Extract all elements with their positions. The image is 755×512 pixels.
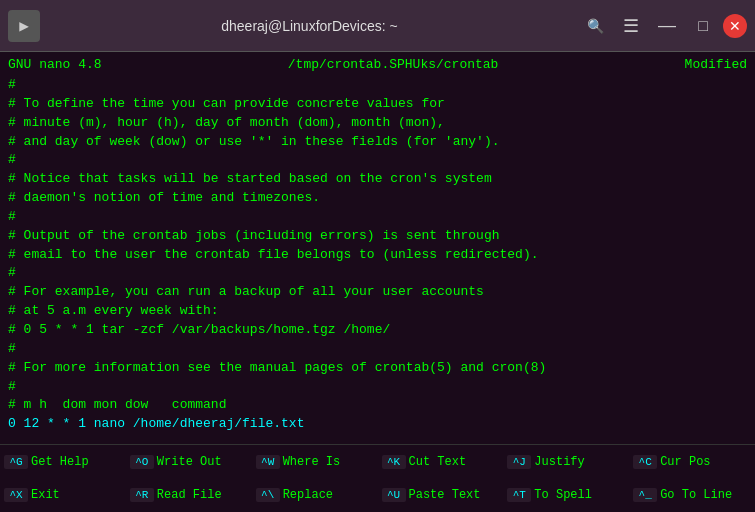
nano-filepath: /tmp/crontab.SPHUks/crontab [288, 57, 499, 72]
key-shortcut: ^K [382, 455, 406, 469]
key-label: Read File [157, 488, 222, 502]
key-item[interactable]: ^RRead File [126, 479, 252, 513]
editor-line: # m h dom mon dow command [8, 396, 747, 415]
key-item[interactable]: ^JJustify [503, 445, 629, 479]
key-item[interactable]: ^TTo Spell [503, 479, 629, 513]
key-item[interactable]: ^OWrite Out [126, 445, 252, 479]
keybindings-bar: ^GGet Help^OWrite Out^WWhere Is^KCut Tex… [0, 444, 755, 512]
editor-line: # minute (m), hour (h), day of month (do… [8, 114, 747, 133]
editor-line: # and day of week (dow) or use '*' in th… [8, 133, 747, 152]
key-shortcut: ^X [4, 488, 28, 502]
key-shortcut: ^\ [256, 488, 280, 502]
editor-line: # 0 5 * * 1 tar -zcf /var/backups/home.t… [8, 321, 747, 340]
editor-line: # [8, 378, 747, 397]
key-shortcut: ^O [130, 455, 154, 469]
editor-line: # at 5 a.m every week with: [8, 302, 747, 321]
key-label: Write Out [157, 455, 222, 469]
key-shortcut: ^U [382, 488, 406, 502]
editor-area[interactable]: ## To define the time you can provide co… [0, 76, 755, 444]
key-label: Go To Line [660, 488, 732, 502]
nano-version: GNU nano 4.8 [8, 57, 102, 72]
key-label: Exit [31, 488, 60, 502]
key-label: To Spell [534, 488, 592, 502]
key-shortcut: ^C [633, 455, 657, 469]
editor-line: # Output of the crontab jobs (including … [8, 227, 747, 246]
key-item[interactable]: ^KCut Text [378, 445, 504, 479]
key-label: Get Help [31, 455, 89, 469]
close-button[interactable]: ✕ [723, 14, 747, 38]
editor-line: # For more information see the manual pa… [8, 359, 747, 378]
key-item[interactable]: ^UPaste Text [378, 479, 504, 513]
editor-line: # [8, 208, 747, 227]
key-shortcut: ^W [256, 455, 280, 469]
key-item[interactable]: ^XExit [0, 479, 126, 513]
key-item[interactable]: ^\Replace [252, 479, 378, 513]
editor-line: # For example, you can run a backup of a… [8, 283, 747, 302]
key-shortcut: ^T [507, 488, 531, 502]
editor-line: # [8, 340, 747, 359]
editor-line: # email to the user the crontab file bel… [8, 246, 747, 265]
key-shortcut: ^R [130, 488, 154, 502]
key-shortcut: ^G [4, 455, 28, 469]
terminal-icon-button[interactable]: ▶ [8, 10, 40, 42]
titlebar-left: ▶ [8, 10, 40, 42]
titlebar-title: dheeraj@LinuxforDevices: ~ [40, 18, 579, 34]
editor-line: # Notice that tasks will be started base… [8, 170, 747, 189]
maximize-button[interactable]: □ [687, 10, 719, 42]
key-item[interactable]: ^CCur Pos [629, 445, 755, 479]
key-label: Replace [283, 488, 333, 502]
nano-status: Modified [685, 57, 747, 72]
editor-line: # daemon's notion of time and timezones. [8, 189, 747, 208]
editor-line: 0 12 * * 1 nano /home/dheeraj/file.txt [8, 415, 747, 434]
key-item[interactable]: ^WWhere Is [252, 445, 378, 479]
key-label: Justify [534, 455, 584, 469]
titlebar: ▶ dheeraj@LinuxforDevices: ~ 🔍 ☰ — □ ✕ [0, 0, 755, 52]
menu-button[interactable]: ☰ [615, 10, 647, 42]
search-button[interactable]: 🔍 [579, 10, 611, 42]
minimize-button[interactable]: — [651, 10, 683, 42]
editor-line: # [8, 264, 747, 283]
terminal-icon: ▶ [19, 16, 29, 36]
key-shortcut: ^_ [633, 488, 657, 502]
editor-line: # To define the time you can provide con… [8, 95, 747, 114]
key-label: Paste Text [409, 488, 481, 502]
editor-line: # [8, 151, 747, 170]
key-label: Where Is [283, 455, 341, 469]
nano-statusbar: GNU nano 4.8 /tmp/crontab.SPHUks/crontab… [0, 52, 755, 76]
key-item[interactable]: ^_Go To Line [629, 479, 755, 513]
key-label: Cut Text [409, 455, 467, 469]
key-item[interactable]: ^GGet Help [0, 445, 126, 479]
key-shortcut: ^J [507, 455, 531, 469]
editor-line: # [8, 76, 747, 95]
titlebar-controls: 🔍 ☰ — □ ✕ [579, 10, 747, 42]
key-label: Cur Pos [660, 455, 710, 469]
